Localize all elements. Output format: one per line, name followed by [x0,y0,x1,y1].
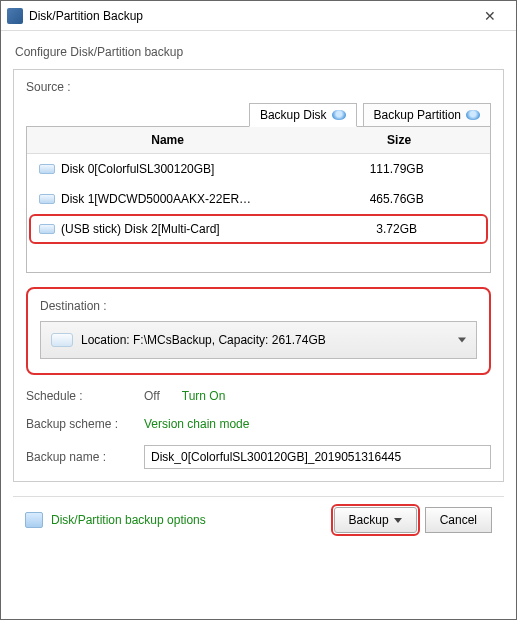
main-pane: Source : Backup Disk Backup Partition Na… [13,69,504,482]
table-row[interactable]: Disk 1[WDCWD5000AAKX-22ER… 465.76GB [29,184,488,214]
close-button[interactable]: ✕ [470,8,510,24]
options-icon [25,512,43,528]
backup-button-label: Backup [349,513,389,527]
cancel-button[interactable]: Cancel [425,507,492,533]
drive-icon [39,194,55,204]
source-label: Source : [26,80,491,94]
schedule-label: Schedule : [26,389,136,403]
table-row[interactable]: (USB stick) Disk 2[Multi-Card] 3.72GB [29,214,488,244]
disk-icon [466,110,480,120]
source-tabs: Backup Disk Backup Partition [26,102,491,126]
scheme-value-link[interactable]: Version chain mode [144,417,249,431]
title-bar: Disk/Partition Backup ✕ [1,1,516,31]
backup-name-input[interactable] [144,445,491,469]
source-table: Name Size Disk 0[ColorfulSL300120GB] 111… [26,126,491,273]
backup-name-label: Backup name : [26,450,136,464]
backup-name-row: Backup name : [26,445,491,469]
schedule-turn-on-link[interactable]: Turn On [182,389,226,403]
schedule-row: Schedule : Off Turn On [26,389,491,403]
table-row[interactable]: Disk 0[ColorfulSL300120GB] 111.79GB [29,154,488,184]
col-name[interactable]: Name [27,127,308,153]
backup-options-link[interactable]: Disk/Partition backup options [51,513,326,527]
backup-button[interactable]: Backup [334,507,417,533]
disk-icon [332,110,346,120]
destination-dropdown[interactable]: Location: F:\MCsBackup, Capacity: 261.74… [40,321,477,359]
row-name: Disk 0[ColorfulSL300120GB] [61,162,214,176]
chevron-down-icon [458,338,466,343]
destination-section: Destination : Location: F:\MCsBackup, Ca… [26,287,491,375]
tab-backup-disk[interactable]: Backup Disk [249,103,357,127]
row-size: 3.72GB [307,216,486,242]
row-name: Disk 1[WDCWD5000AAKX-22ER… [61,192,251,206]
app-icon [7,8,23,24]
destination-value: Location: F:\MCsBackup, Capacity: 261.74… [81,333,326,347]
row-name: (USB stick) Disk 2[Multi-Card] [61,222,220,236]
drive-icon [39,164,55,174]
page-subtitle: Configure Disk/Partition backup [15,45,504,59]
scheme-row: Backup scheme : Version chain mode [26,417,491,431]
scheme-label: Backup scheme : [26,417,136,431]
tab-backup-disk-label: Backup Disk [260,108,327,122]
schedule-status: Off [144,389,160,403]
tab-backup-partition[interactable]: Backup Partition [363,103,491,127]
footer: Disk/Partition backup options Backup Can… [13,497,504,543]
row-size: 111.79GB [307,156,486,182]
table-header: Name Size [27,127,490,154]
tab-backup-partition-label: Backup Partition [374,108,461,122]
destination-label: Destination : [40,299,477,313]
col-size[interactable]: Size [308,127,490,153]
chevron-down-icon [394,518,402,523]
drive-icon [51,333,73,347]
drive-icon [39,224,55,234]
cancel-button-label: Cancel [440,513,477,527]
window-title: Disk/Partition Backup [29,9,470,23]
row-size: 465.76GB [307,186,486,212]
